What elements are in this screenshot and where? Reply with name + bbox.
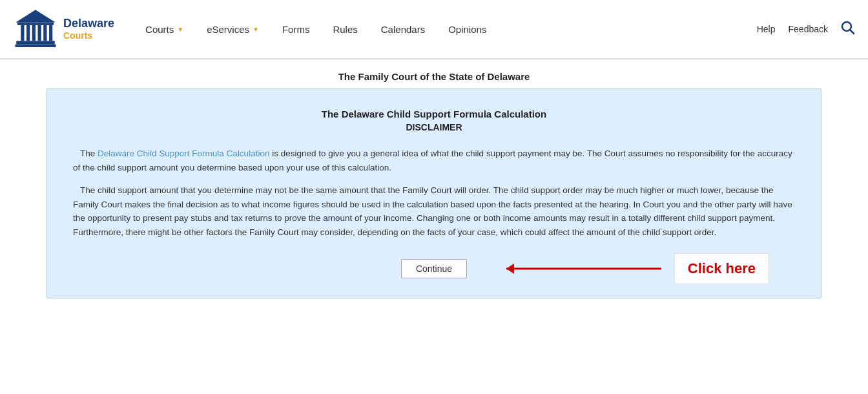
continue-button[interactable]: Continue <box>401 259 467 278</box>
nav-courts[interactable]: Courts ▼ <box>134 24 195 35</box>
continue-row: Continue Click here <box>73 259 795 278</box>
click-here-label: Click here <box>674 253 769 284</box>
svg-rect-7 <box>49 25 52 41</box>
arrow-icon <box>500 256 668 282</box>
content-box: The Delaware Child Support Formula Calcu… <box>46 88 822 298</box>
nav-right: Help Feedback <box>757 21 855 38</box>
svg-line-11 <box>851 30 854 34</box>
click-here-annotation: Click here <box>500 253 769 284</box>
nav-rules[interactable]: Rules <box>321 24 369 35</box>
svg-marker-13 <box>506 264 514 274</box>
svg-rect-6 <box>43 25 46 41</box>
main-content: The Family Court of the State of Delawar… <box>0 59 868 298</box>
nav-eservices[interactable]: eServices ▼ <box>195 24 271 35</box>
logo[interactable]: Delaware Courts <box>13 6 114 52</box>
help-link[interactable]: Help <box>757 24 776 34</box>
svg-rect-5 <box>38 25 41 41</box>
box-title: The Delaware Child Support Formula Calcu… <box>73 109 795 119</box>
page-title: The Family Court of the State of Delawar… <box>0 59 868 88</box>
svg-rect-4 <box>32 25 36 41</box>
search-button[interactable] <box>841 21 855 38</box>
main-nav: Courts ▼ eServices ▼ Forms Rules Calenda… <box>134 24 757 35</box>
svg-marker-0 <box>16 10 55 22</box>
feedback-link[interactable]: Feedback <box>789 24 828 34</box>
courts-arrow-icon: ▼ <box>177 26 183 33</box>
logo-text: Delaware Courts <box>63 17 114 41</box>
nav-opinions[interactable]: Opinions <box>437 24 498 35</box>
logo-delaware: Delaware <box>63 17 114 31</box>
svg-rect-1 <box>17 23 54 25</box>
svg-rect-9 <box>16 45 56 47</box>
nav-calendars[interactable]: Calendars <box>369 24 437 35</box>
svg-rect-2 <box>21 25 24 41</box>
disclaimer-paragraph-1: The Delaware Child Support Formula Calcu… <box>73 147 795 174</box>
svg-rect-3 <box>26 25 30 41</box>
search-icon <box>841 21 855 35</box>
disclaimer-paragraph-2: The child support amount that you determ… <box>73 183 795 239</box>
nav-forms[interactable]: Forms <box>271 24 322 35</box>
logo-courts: Courts <box>63 30 114 41</box>
eservices-arrow-icon: ▼ <box>253 26 259 33</box>
box-subtitle: DISCLAIMER <box>73 122 795 132</box>
header: Delaware Courts Courts ▼ eServices ▼ For… <box>0 0 868 59</box>
svg-rect-8 <box>16 41 55 44</box>
logo-icon <box>13 6 58 52</box>
disclaimer-link[interactable]: Delaware Child Support Formula Calculati… <box>98 149 269 158</box>
